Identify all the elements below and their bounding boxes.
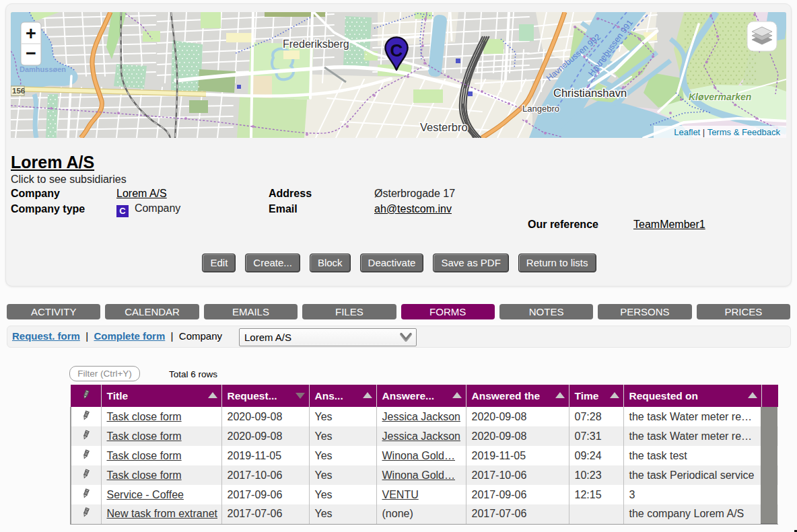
svg-text:+: +: [26, 24, 36, 44]
svg-text:Christianshavn: Christianshavn: [553, 87, 627, 99]
svg-text:156: 156: [12, 87, 25, 95]
svg-text:Vesterbro: Vesterbro: [420, 121, 468, 133]
svg-text:−: −: [26, 43, 36, 63]
svg-text:Damhussøen: Damhussøen: [20, 65, 66, 73]
svg-text:Frederiksberg: Frederiksberg: [283, 38, 349, 50]
svg-text:C: C: [390, 40, 403, 61]
svg-text:Leaflet | Terms & Feedback: Leaflet | Terms & Feedback: [674, 127, 780, 137]
svg-text:Langebro: Langebro: [522, 104, 559, 114]
svg-text:Kløvermarken: Kløvermarken: [689, 91, 751, 102]
